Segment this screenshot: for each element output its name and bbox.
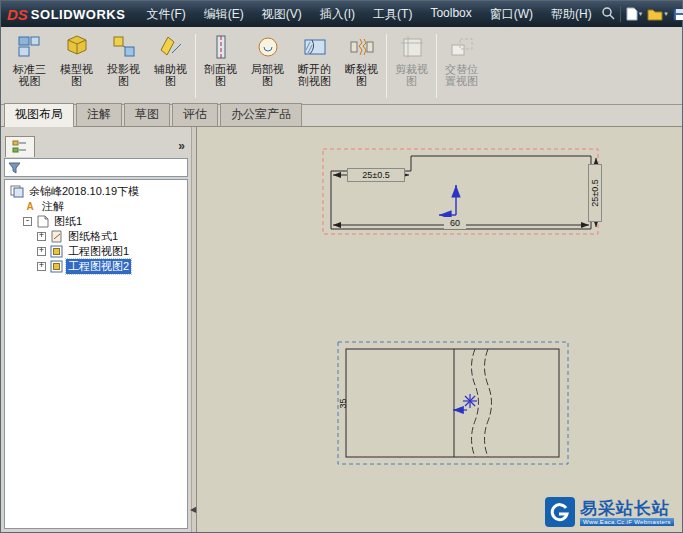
drawing-canvas[interactable] (197, 127, 682, 532)
menubar: DS SOLIDWORKS 文件(F) 编辑(E) 视图(V) 插入(I) 工具… (1, 1, 682, 27)
crop-view-button[interactable]: 剪裁视图 (388, 29, 435, 103)
broken-out-section-button[interactable]: 断开的剖视图 (291, 29, 338, 103)
menu-tools[interactable]: 工具(T) (364, 2, 421, 27)
tree-row-root: 余锦峰2018.10.19下模 (7, 184, 185, 199)
dimension-top-width[interactable]: 25±0.5 (347, 168, 405, 182)
dropdown-caret-icon[interactable]: ▾ (639, 10, 643, 18)
sheet-format-icon (49, 230, 63, 243)
detail-view-icon (254, 33, 282, 61)
drawing-view-icon (49, 260, 63, 273)
origin-asterisk-icon (463, 394, 477, 408)
button-label: 剪裁视图 (394, 63, 430, 87)
tree-item-drawing-view1[interactable]: 工程图视图1 (66, 244, 131, 259)
menu-toolbox[interactable]: Toolbox (421, 2, 480, 27)
annotations-icon (23, 200, 37, 213)
menu-items: 文件(F) 编辑(E) 视图(V) 插入(I) 工具(T) Toolbox 窗口… (137, 2, 600, 27)
detail-view-button[interactable]: 局部视图 (244, 29, 291, 103)
button-label: 局部视图 (250, 63, 286, 87)
dimension-bottom-width[interactable]: 60 (444, 217, 466, 229)
open-button[interactable]: ▾ (647, 8, 668, 21)
new-document-icon (626, 7, 638, 21)
feature-tree-tab[interactable] (5, 136, 35, 157)
tree-item-drawing-view2[interactable]: 工程图视图2 (66, 259, 131, 274)
menu-file[interactable]: 文件(F) (137, 2, 194, 27)
watermark-subtitle: Www.Eaca.Cc.iF Webmasters (580, 518, 674, 526)
tab-view-layout[interactable]: 视图布局 (4, 103, 74, 127)
ribbon-separator (195, 34, 196, 98)
panel-expand-chevron[interactable]: » (178, 139, 185, 153)
model-view-icon (63, 33, 91, 61)
menu-insert[interactable]: 插入(I) (311, 2, 364, 27)
sheet-icon (35, 215, 49, 228)
model-view-button[interactable]: 模型视图 (53, 29, 100, 103)
menu-help[interactable]: 帮助(H) (542, 2, 601, 27)
feature-tree: 余锦峰2018.10.19下模 注解 - 图纸1 + (4, 179, 188, 529)
dimension-view2-height[interactable]: 35 (336, 383, 349, 425)
menu-view[interactable]: 视图(V) (253, 2, 311, 27)
dimension-right-height[interactable]: 25±0.5 (588, 164, 602, 222)
projected-view-button[interactable]: 投影视图 (100, 29, 147, 103)
button-label: 辅助视图 (153, 63, 189, 87)
tab-annotation[interactable]: 注解 (76, 103, 122, 126)
tree-row-drawing-view2: + 工程图视图2 (7, 259, 185, 274)
tree-root-label[interactable]: 余锦峰2018.10.19下模 (27, 184, 141, 199)
panel-tab-strip: » (1, 135, 191, 157)
tree-row-annotations: 注解 (7, 199, 185, 214)
broken-out-section-icon (301, 33, 329, 61)
view2-selection-border[interactable] (338, 342, 568, 464)
button-label: 断开的剖视图 (297, 63, 333, 87)
button-label: 交替位置视图 (444, 63, 480, 87)
drawing-document-icon (10, 185, 24, 198)
drawing-sheet[interactable]: 25±0.5 25±0.5 60 35 易采站长站 Www.Eaca.Cc.iF… (197, 127, 682, 532)
button-label: 投影视图 (106, 63, 142, 87)
button-label: 标准三视图 (12, 63, 48, 87)
collapse-panel-arrow-icon[interactable] (190, 505, 196, 514)
alternate-position-view-button[interactable]: 交替位置视图 (438, 29, 485, 103)
tree-row-drawing-view1: + 工程图视图1 (7, 244, 185, 259)
view2-part-outline[interactable] (346, 349, 559, 457)
tab-sketch[interactable]: 草图 (124, 103, 170, 126)
app-name: SOLIDWORKS (31, 7, 126, 22)
command-manager-ribbon: 标准三视图 模型视图 投影视图 辅助视图 剖面视图 (1, 27, 682, 105)
standard-3-view-icon (16, 33, 44, 61)
watermark: 易采站长站 Www.Eaca.Cc.iF Webmasters (545, 497, 674, 527)
ribbon-separator (386, 34, 387, 98)
button-label: 模型视图 (59, 63, 95, 87)
ribbon-separator (436, 34, 437, 98)
toolbar-separator (620, 6, 621, 22)
feature-manager-panel: » 余锦峰2018.10.19下模 注解 - (1, 127, 191, 532)
tree-item-sheet-format1[interactable]: 图纸格式1 (66, 229, 120, 244)
button-label: 剖面视图 (203, 63, 239, 87)
solidworks-window: DS SOLIDWORKS 文件(F) 编辑(E) 视图(V) 插入(I) 工具… (0, 0, 683, 533)
search-icon[interactable] (601, 6, 615, 23)
section-view-button[interactable]: 剖面视图 (197, 29, 244, 103)
dropdown-caret-icon[interactable]: ▾ (664, 10, 668, 18)
tree-row-sheet-format1: + 图纸格式1 (7, 229, 185, 244)
tree-item-sheet1[interactable]: 图纸1 (52, 214, 84, 229)
auxiliary-view-button[interactable]: 辅助视图 (147, 29, 194, 103)
watermark-logo-icon (545, 497, 575, 527)
new-document-button[interactable]: ▾ (626, 7, 643, 21)
section-view-icon (207, 33, 235, 61)
tree-filter-bar[interactable] (4, 158, 188, 177)
expand-toggle[interactable]: + (37, 247, 46, 256)
crop-view-icon (398, 33, 426, 61)
break-view-button[interactable]: 断裂视图 (338, 29, 385, 103)
tree-item-annotations[interactable]: 注解 (40, 199, 66, 214)
menu-window[interactable]: 窗口(W) (481, 2, 542, 27)
save-button[interactable] (673, 8, 683, 21)
break-line-right[interactable] (485, 349, 492, 457)
standard-3-view-button[interactable]: 标准三视图 (6, 29, 53, 103)
open-folder-icon (647, 8, 663, 21)
collapse-toggle[interactable]: - (23, 217, 32, 226)
filter-funnel-icon (8, 161, 21, 174)
expand-toggle[interactable]: + (37, 262, 46, 271)
projected-view-icon (110, 33, 138, 61)
expand-toggle[interactable]: + (37, 232, 46, 241)
feature-tree-icon (12, 140, 28, 154)
tab-office-products[interactable]: 办公室产品 (220, 103, 302, 126)
alternate-position-view-icon (448, 33, 476, 61)
tab-evaluate[interactable]: 评估 (172, 103, 218, 126)
menu-edit[interactable]: 编辑(E) (195, 2, 253, 27)
auxiliary-view-icon (157, 33, 185, 61)
